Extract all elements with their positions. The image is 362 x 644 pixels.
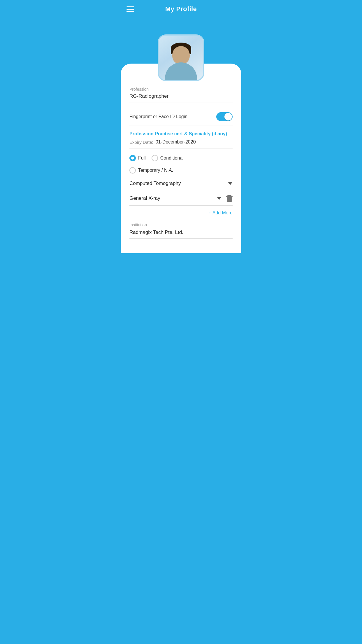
header: My Profile <box>121 0 241 17</box>
radio-full-circle <box>129 155 136 161</box>
profession-field: Profession RG-Radiographer <box>129 87 233 102</box>
radio-conditional[interactable]: Conditional <box>152 155 184 161</box>
expiry-label: Expiry Date: <box>129 140 153 145</box>
radio-full[interactable]: Full <box>129 155 146 161</box>
speciality-1-value: Computed Tomography <box>129 181 228 186</box>
menu-button[interactable] <box>126 6 134 12</box>
expiry-row: Expiry Date: 01-December-2020 <box>129 139 233 148</box>
trash-lid <box>227 195 231 196</box>
registration-type-group: Full Conditional Temporary / N.A. <box>129 155 233 174</box>
speciality-2-controls <box>217 195 233 202</box>
expiry-value: 01-December-2020 <box>156 139 196 145</box>
page-title: My Profile <box>165 5 197 13</box>
institution-label: Institution <box>129 223 233 227</box>
content-card: Profession RG-Radiographer Fingerprint o… <box>121 64 241 253</box>
institution-value: Radmagix Tech Pte. Ltd. <box>129 230 233 239</box>
avatar[interactable] <box>158 34 204 81</box>
biometric-toggle[interactable] <box>216 112 233 121</box>
person-face <box>172 46 190 64</box>
speciality-2-delete-icon[interactable] <box>226 195 233 202</box>
add-more-button[interactable]: + Add More <box>209 210 233 216</box>
biometric-row: Fingerprint or Face ID Login <box>129 108 233 125</box>
speciality-2-row: General X-ray <box>129 195 233 206</box>
speciality-2-value: General X-ray <box>129 195 217 201</box>
radio-full-label: Full <box>138 155 146 161</box>
radio-conditional-label: Conditional <box>160 155 184 161</box>
toggle-knob <box>224 113 232 120</box>
profession-value: RG-Radiographer <box>129 93 233 102</box>
speciality-1-chevron-icon[interactable] <box>228 182 233 185</box>
person-body <box>165 62 197 80</box>
institution-field: Institution Radmagix Tech Pte. Ltd. <box>129 223 233 239</box>
add-more-row: + Add More <box>129 210 233 216</box>
radio-temporary-circle <box>129 167 136 174</box>
radio-conditional-circle <box>152 155 158 161</box>
avatar-image <box>159 36 203 80</box>
cert-section-heading: Profession Practise cert & Speciality (i… <box>129 131 233 136</box>
speciality-1-controls <box>228 182 233 185</box>
speciality-2-chevron-icon[interactable] <box>217 197 222 200</box>
profession-label: Profession <box>129 87 233 92</box>
radio-temporary-label: Temporary / N.A. <box>138 168 173 173</box>
hero-section <box>121 17 241 64</box>
radio-temporary[interactable]: Temporary / N.A. <box>129 167 173 174</box>
speciality-1-row: Computed Tomography <box>129 181 233 190</box>
biometric-label: Fingerprint or Face ID Login <box>129 114 187 119</box>
